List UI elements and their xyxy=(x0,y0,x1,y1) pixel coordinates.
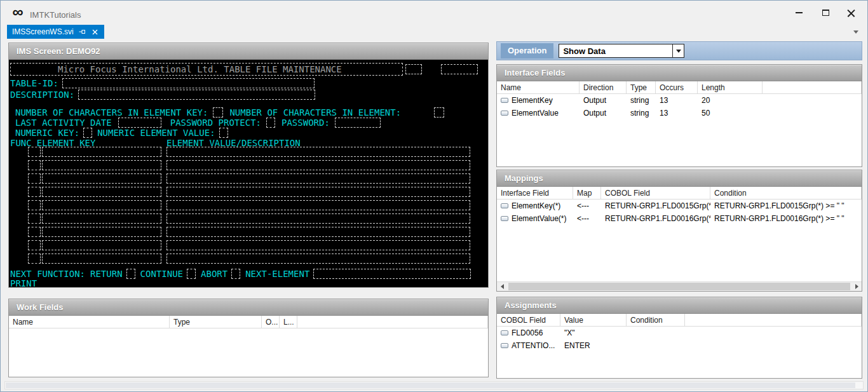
table-row[interactable]: FLD0056 "X" xyxy=(497,327,862,339)
column-header-occurs[interactable]: O... xyxy=(262,316,280,328)
element-key-field[interactable] xyxy=(42,147,161,157)
numeric-key-label: NUMERIC KEY: xyxy=(15,128,79,138)
element-value-field[interactable] xyxy=(166,240,470,250)
func-field[interactable] xyxy=(28,253,41,264)
element-value-field[interactable] xyxy=(166,213,470,224)
element-key-field[interactable] xyxy=(42,240,161,250)
column-header-length[interactable]: Length xyxy=(698,81,763,93)
element-value-field[interactable] xyxy=(166,173,470,184)
column-header-type[interactable]: Type xyxy=(627,81,656,93)
scroll-left-icon[interactable] xyxy=(497,282,507,291)
description-label: DESCRIPTION: xyxy=(10,90,74,100)
password-protect-field[interactable] xyxy=(266,118,275,128)
func-field[interactable] xyxy=(28,147,41,157)
last-activity-field[interactable] xyxy=(118,118,161,128)
column-header-condition[interactable]: Condition xyxy=(710,187,862,199)
element-key-field[interactable] xyxy=(42,200,161,210)
column-header-cobol-field[interactable]: COBOL Field xyxy=(601,187,710,199)
operation-select[interactable]: Show Data xyxy=(559,44,684,58)
func-field[interactable] xyxy=(28,200,41,210)
func-field[interactable] xyxy=(28,160,41,170)
password-field[interactable] xyxy=(335,118,381,128)
chars-in-element-field[interactable] xyxy=(434,107,444,118)
column-header-type[interactable]: Type xyxy=(170,316,262,328)
scroll-right-icon[interactable] xyxy=(851,282,862,291)
column-header-interface-field[interactable]: Interface Field xyxy=(497,187,573,199)
screen-field[interactable] xyxy=(405,64,422,74)
cell-condition xyxy=(627,327,685,339)
element-key-field[interactable] xyxy=(42,187,161,197)
interface-fields-columns: Name Direction Type Occurs Length xyxy=(497,81,862,94)
mappings-columns: Interface Field Map COBOL Field Conditio… xyxy=(497,187,862,199)
func-field[interactable] xyxy=(28,173,41,184)
table-id-field[interactable] xyxy=(62,78,315,88)
chevron-down-icon[interactable] xyxy=(672,44,684,57)
work-fields-title: Work Fields xyxy=(17,302,63,312)
func-field[interactable] xyxy=(28,240,41,250)
screen-title-field[interactable]: Micro Focus International Ltd. TABLE FIL… xyxy=(10,63,403,76)
element-value-field[interactable] xyxy=(166,160,470,170)
cell-interface-field: ElementKey(*) xyxy=(512,201,560,210)
cell-occurs: 13 xyxy=(656,94,698,107)
element-value-field[interactable] xyxy=(166,187,470,197)
close-icon xyxy=(847,9,855,17)
element-key-field[interactable] xyxy=(42,173,161,184)
element-key-field[interactable] xyxy=(42,253,161,264)
numeric-key-field[interactable] xyxy=(83,128,92,138)
element-key-field[interactable] xyxy=(42,213,161,224)
func-field[interactable] xyxy=(28,187,41,197)
column-header-condition[interactable]: Condition xyxy=(627,314,685,326)
column-header-cobol-field[interactable]: COBOL Field xyxy=(497,314,560,326)
element-key-field[interactable] xyxy=(42,227,161,237)
cell-direction: Output xyxy=(580,107,627,119)
table-row[interactable]: ElementKey(*) <--- RETURN-GRP1.FLD0015Gr… xyxy=(497,199,862,212)
column-header-name[interactable]: Name xyxy=(9,316,170,328)
close-button[interactable] xyxy=(841,5,861,20)
chars-in-key-field[interactable] xyxy=(213,107,223,118)
maximize-button[interactable] xyxy=(815,5,836,20)
element-value-field[interactable] xyxy=(166,253,470,264)
window-hscrollbar[interactable] xyxy=(4,381,864,389)
maximize-icon xyxy=(822,10,829,16)
column-header-occurs[interactable]: Occurs xyxy=(656,81,698,93)
element-value-field[interactable] xyxy=(166,227,470,237)
element-value-field[interactable] xyxy=(166,200,470,210)
cell-value: ENTER xyxy=(560,339,627,352)
cell-condition: RETURN-GRP1.FLD0016Grp(*) >= " " xyxy=(710,212,862,225)
pin-icon[interactable] xyxy=(79,28,86,36)
element-key-field[interactable] xyxy=(42,160,161,170)
document-tab[interactable]: IMSScreenWS.svi xyxy=(7,25,104,39)
description-field[interactable] xyxy=(78,90,315,100)
interface-fields-header: Interface Fields xyxy=(497,65,862,81)
table-row[interactable]: ATTENTIO... ENTER xyxy=(497,339,862,352)
column-header-name[interactable]: Name xyxy=(497,81,580,93)
tab-list-dropdown-icon[interactable] xyxy=(853,30,858,34)
scrollbar-thumb[interactable] xyxy=(6,382,855,388)
table-row[interactable]: ElementValue(*) <--- RETURN-GRP1.FLD0016… xyxy=(497,212,862,225)
work-fields-body[interactable] xyxy=(9,328,488,377)
scrollbar-track[interactable] xyxy=(507,282,851,291)
screen-field[interactable] xyxy=(441,64,478,74)
column-header-length[interactable]: L... xyxy=(280,316,297,328)
work-fields-section: Work Fields Name Type O... L... xyxy=(8,299,489,377)
scrollbar-thumb[interactable] xyxy=(508,283,850,290)
tab-strip: IMSScreenWS.svi xyxy=(1,25,867,39)
mappings-hscrollbar[interactable] xyxy=(497,281,862,291)
ims-screen-section: IMS Screen: DEMO92 Micro Focus Internati… xyxy=(8,43,489,288)
operation-detail-panel: Operation Show Data Interface Fields Nam… xyxy=(496,40,862,379)
column-header-map[interactable]: Map xyxy=(573,187,601,199)
func-field[interactable] xyxy=(28,213,41,224)
cell-condition xyxy=(627,339,685,352)
func-field[interactable] xyxy=(28,227,41,237)
element-value-field[interactable] xyxy=(166,147,470,157)
mappings-header: Mappings xyxy=(497,170,862,187)
print-label: PRINT xyxy=(10,278,37,287)
table-row[interactable]: ElementValue Output string 13 50 xyxy=(497,107,862,119)
column-header-direction[interactable]: Direction xyxy=(580,81,627,93)
minimize-button[interactable] xyxy=(789,5,809,20)
tab-close-icon[interactable] xyxy=(92,28,99,36)
column-header-value[interactable]: Value xyxy=(560,314,627,326)
table-row[interactable]: ElementKey Output string 13 20 xyxy=(497,94,862,107)
numeric-element-value-field[interactable] xyxy=(219,128,228,138)
ims-terminal-canvas[interactable]: Micro Focus International Ltd. TABLE FIL… xyxy=(9,60,488,287)
